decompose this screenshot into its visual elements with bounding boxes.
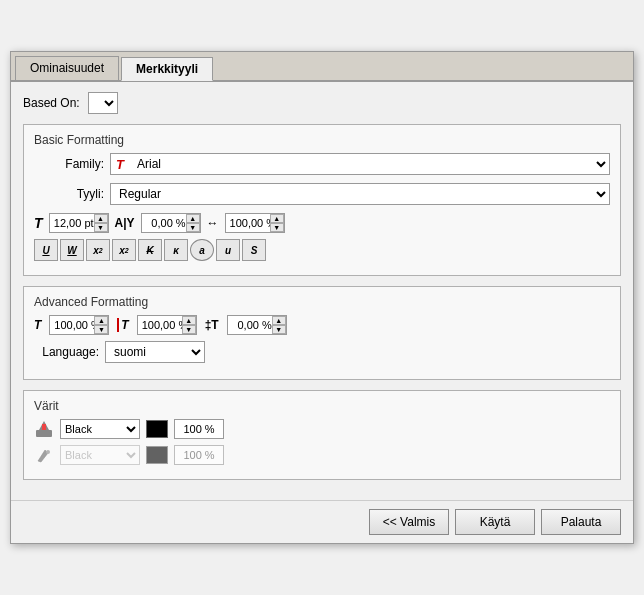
superscript-button[interactable]: x2 (112, 239, 136, 261)
reset-button[interactable]: Palauta (541, 509, 621, 535)
adv-icon1: T (34, 318, 41, 332)
color-swatch-2 (146, 446, 168, 464)
font-size-up[interactable]: ▲ (94, 214, 108, 223)
basic-formatting-section: Basic Formatting Family: T Arial Tyyli: … (23, 124, 621, 276)
size-scale-row: T ▲ ▼ A|Y ▲ ▼ ↔ (34, 213, 610, 233)
color-row-1: Black (34, 419, 610, 439)
width-icon: ↔ (207, 216, 219, 230)
adv1-up[interactable]: ▲ (94, 316, 108, 325)
color-swatch-1 (146, 420, 168, 438)
adv-field2: ▲ ▼ (137, 315, 197, 335)
family-label: Family: (34, 157, 104, 171)
color-pct-2 (174, 445, 224, 465)
color-row-2: Black (34, 445, 610, 465)
width-field: ▲ ▼ (225, 213, 285, 233)
svg-rect-0 (36, 430, 52, 437)
tyyli-row: Tyyli: Regular (34, 183, 610, 205)
advanced-formatting-section: Advanced Formatting T ▲ ▼ T ▲ (23, 286, 621, 380)
strikethrough2-button[interactable]: κ (164, 239, 188, 261)
tab-merkkityyli[interactable]: Merkkityyli (121, 57, 213, 81)
circle-button[interactable]: a (190, 239, 214, 261)
word-underline-button[interactable]: W (60, 239, 84, 261)
color-select-1[interactable]: Black (60, 419, 140, 439)
adv-field3: ▲ ▼ (227, 315, 287, 335)
font-size-field: ▲ ▼ (49, 213, 109, 233)
adv-icon2: T (117, 318, 128, 332)
width-arrows: ▲ ▼ (270, 214, 284, 232)
family-select[interactable]: Arial (110, 153, 610, 175)
based-on-row: Based On: (23, 92, 621, 114)
tab-ominaisuudet[interactable]: Ominaisuudet (15, 56, 119, 80)
kerning-down[interactable]: ▼ (186, 223, 200, 232)
kerning-icon: A|Y (115, 216, 135, 230)
advanced-formatting-label: Advanced Formatting (34, 295, 610, 309)
kerning-field: ▲ ▼ (141, 213, 201, 233)
colors-section: Värit Black (23, 390, 621, 480)
language-row: Language: suomi (34, 341, 610, 363)
width-down[interactable]: ▼ (270, 223, 284, 232)
adv3-up[interactable]: ▲ (272, 316, 286, 325)
kerning-arrows: ▲ ▼ (186, 214, 200, 232)
color-row2-icon (34, 445, 54, 465)
adv3-down[interactable]: ▼ (272, 325, 286, 334)
based-on-select[interactable] (88, 92, 118, 114)
tab-bar: Ominaisuudet Merkkityyli (11, 52, 633, 82)
underline-button[interactable]: U (34, 239, 58, 261)
color-row1-icon (34, 419, 54, 439)
back-button[interactable]: << Valmis (369, 509, 449, 535)
font-size-icon: T (34, 215, 43, 231)
based-on-label: Based On: (23, 96, 80, 110)
language-label: Language: (34, 345, 99, 359)
svg-point-3 (46, 450, 50, 454)
special2-button[interactable]: S (242, 239, 266, 261)
kerning-up[interactable]: ▲ (186, 214, 200, 223)
adv-field1: ▲ ▼ (49, 315, 109, 335)
advanced-fields-row: T ▲ ▼ T ▲ ▼ ‡T (34, 315, 610, 335)
svg-rect-2 (42, 424, 46, 430)
subscript-button[interactable]: x2 (86, 239, 110, 261)
adv1-down[interactable]: ▼ (94, 325, 108, 334)
tyyli-label: Tyyli: (34, 187, 104, 201)
language-select[interactable]: suomi (105, 341, 205, 363)
font-size-arrows: ▲ ▼ (94, 214, 108, 232)
color-pct-1[interactable] (174, 419, 224, 439)
adv2-up[interactable]: ▲ (182, 316, 196, 325)
family-row: Family: T Arial (34, 153, 610, 175)
tyyli-select[interactable]: Regular (110, 183, 610, 205)
color-select-2: Black (60, 445, 140, 465)
format-toolbar: U W x2 x2 K κ a u S (34, 239, 610, 261)
adv-icon3: ‡T (205, 318, 219, 332)
dialog: Ominaisuudet Merkkityyli Based On: Basic… (10, 51, 634, 544)
apply-button[interactable]: Käytä (455, 509, 535, 535)
font-size-down[interactable]: ▼ (94, 223, 108, 232)
strikethrough-button[interactable]: K (138, 239, 162, 261)
adv2-down[interactable]: ▼ (182, 325, 196, 334)
dialog-content: Based On: Basic Formatting Family: T Ari… (11, 82, 633, 500)
bottom-bar: << Valmis Käytä Palauta (11, 500, 633, 543)
special1-button[interactable]: u (216, 239, 240, 261)
basic-formatting-label: Basic Formatting (34, 133, 610, 147)
colors-label: Värit (34, 399, 610, 413)
width-up[interactable]: ▲ (270, 214, 284, 223)
